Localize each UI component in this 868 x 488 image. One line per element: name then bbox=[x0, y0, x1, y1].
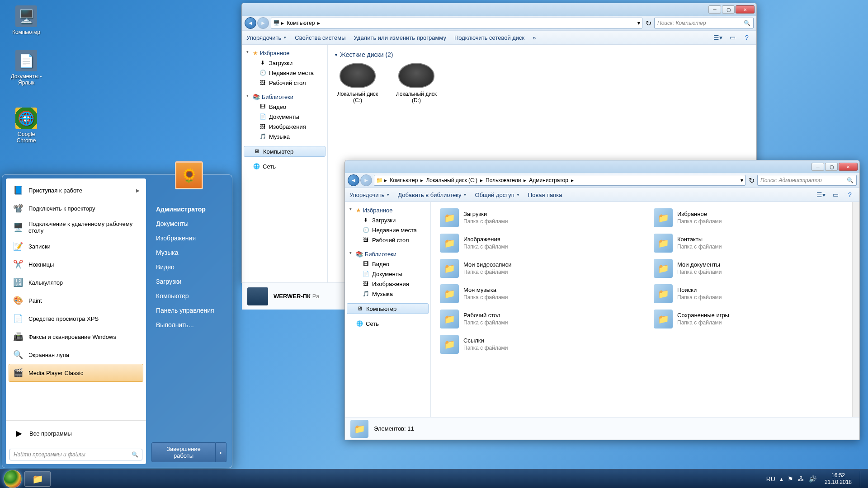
back-button[interactable]: ◄ bbox=[348, 174, 359, 186]
sidebar-network[interactable]: 🌐Сеть bbox=[242, 161, 327, 171]
breadcrumb[interactable]: Локальный диск (C:) bbox=[423, 176, 480, 184]
shutdown-options-button[interactable]: ▸ bbox=[216, 442, 226, 462]
sidebar-favorites[interactable]: ★ Избранное bbox=[345, 206, 430, 215]
toolbar-overflow[interactable]: » bbox=[533, 34, 536, 41]
sidebar-libraries[interactable]: 📚 Библиотеки bbox=[242, 92, 327, 102]
drive-c[interactable]: Локальный диск (C:) bbox=[335, 63, 380, 103]
preview-pane-button[interactable]: ▭ bbox=[830, 190, 840, 200]
minimize-button[interactable]: ─ bbox=[811, 163, 824, 171]
sidebar-network[interactable]: 🌐Сеть bbox=[345, 319, 430, 328]
folder-item[interactable]: 📁ПоискиПапка с файлами bbox=[652, 282, 852, 305]
refresh-button[interactable]: ↻ bbox=[747, 176, 755, 185]
drive-d[interactable]: Локальный диск (D:) bbox=[394, 63, 439, 103]
folder-item[interactable]: 📁Сохраненные игрыПапка с файлами bbox=[652, 308, 852, 330]
breadcrumb[interactable]: Компьютер bbox=[387, 176, 420, 184]
start-link[interactable]: Загрузки bbox=[151, 274, 226, 289]
folder-item[interactable]: 📁ИзбранноеПапка с файлами bbox=[652, 206, 852, 229]
breadcrumb-computer[interactable]: Компьютер bbox=[284, 19, 317, 27]
sidebar-computer[interactable]: 🖥Компьютер bbox=[347, 303, 429, 314]
folder-item[interactable]: 📁ИзображенияПапка с файлами bbox=[438, 232, 638, 254]
start-program-item[interactable]: 📄Средство просмотра XPS bbox=[9, 310, 143, 328]
start-link[interactable]: Панель управления bbox=[151, 303, 226, 318]
view-button[interactable]: ☰▾ bbox=[713, 33, 723, 42]
sidebar-downloads[interactable]: ⬇Загрузки bbox=[345, 215, 430, 225]
add-library-button[interactable]: Добавить в библиотеку▼ bbox=[398, 192, 467, 198]
start-program-item[interactable]: 📽️Подключить к проектору bbox=[9, 199, 143, 217]
sidebar-pictures[interactable]: 🖼Изображения bbox=[242, 122, 327, 131]
start-button[interactable] bbox=[4, 470, 22, 488]
sidebar-music[interactable]: 🎵Музыка bbox=[345, 289, 430, 299]
desktop-icon-documents[interactable]: 📄Документы - Ярлык bbox=[8, 50, 44, 86]
folder-item[interactable]: 📁КонтактыПапка с файлами bbox=[652, 232, 852, 254]
search-input[interactable]: Поиск: Администратор🔍 bbox=[757, 175, 857, 186]
folder-item[interactable]: 📁Мои документыПапка с файлами bbox=[652, 257, 852, 280]
maximize-button[interactable]: ▢ bbox=[722, 5, 735, 14]
close-button[interactable]: ✕ bbox=[736, 5, 755, 14]
start-link[interactable]: Выполнить... bbox=[151, 318, 226, 332]
shutdown-button[interactable]: Завершение работы bbox=[151, 442, 216, 462]
forward-button[interactable]: ► bbox=[257, 17, 269, 29]
language-indicator[interactable]: RU bbox=[766, 475, 775, 483]
folder-item[interactable]: 📁Рабочий столПапка с файлами bbox=[438, 308, 638, 330]
refresh-button[interactable]: ↻ bbox=[644, 19, 652, 28]
minimize-button[interactable]: ─ bbox=[708, 5, 721, 14]
taskbar-explorer[interactable]: 📁 bbox=[24, 471, 51, 487]
sidebar-favorites[interactable]: ★ Избранное bbox=[242, 48, 327, 58]
breadcrumb[interactable]: Администратор bbox=[526, 176, 571, 184]
system-properties-button[interactable]: Свойства системы bbox=[295, 34, 345, 41]
start-link[interactable]: Видео bbox=[151, 260, 226, 274]
start-program-item[interactable]: 🎨Paint bbox=[9, 291, 143, 310]
help-button[interactable]: ? bbox=[845, 190, 855, 200]
titlebar[interactable]: ─ ▢ ✕ bbox=[345, 160, 859, 173]
view-button[interactable]: ☰▾ bbox=[816, 190, 826, 200]
start-program-item[interactable]: 🔢Калькулятор bbox=[9, 273, 143, 291]
scrollbar[interactable] bbox=[852, 202, 859, 417]
sidebar-computer[interactable]: 🖥Компьютер bbox=[244, 146, 326, 157]
share-button[interactable]: Общий доступ▼ bbox=[475, 192, 520, 198]
clock[interactable]: 16:5221.10.2018 bbox=[821, 472, 855, 485]
sidebar-pictures[interactable]: 🖼Изображения bbox=[345, 279, 430, 289]
sidebar-downloads[interactable]: ⬇Загрузки bbox=[242, 58, 327, 68]
folder-item[interactable]: 📁ЗагрузкиПапка с файлами bbox=[438, 206, 638, 229]
sidebar-libraries[interactable]: 📚 Библиотеки bbox=[345, 249, 430, 259]
organize-button[interactable]: Упорядочить▼ bbox=[349, 192, 390, 198]
start-program-item[interactable]: 🎬Media Player Classic bbox=[9, 364, 143, 382]
organize-button[interactable]: Упорядочить▼ bbox=[246, 34, 287, 41]
sidebar-desktop[interactable]: 🖼Рабочий стол bbox=[345, 235, 430, 245]
desktop-icon-chrome[interactable]: 🌐Google Chrome bbox=[8, 108, 44, 144]
address-bar[interactable]: 🖥️ ▸ Компьютер▸ ▾ bbox=[271, 18, 642, 28]
desktop-icon-computer[interactable]: 🖥️Компьютер bbox=[8, 5, 44, 35]
folder-item[interactable]: 📁Моя музыкаПапка с файлами bbox=[438, 282, 638, 305]
sidebar-recent[interactable]: 🕘Недавние места bbox=[242, 68, 327, 78]
start-program-item[interactable]: 🔍Экранная лупа bbox=[9, 346, 143, 364]
folder-item[interactable]: 📁Мои видеозаписиПапка с файлами bbox=[438, 257, 638, 280]
new-folder-button[interactable]: Новая папка bbox=[528, 192, 562, 198]
folder-item[interactable]: 📁СсылкиПапка с файлами bbox=[438, 333, 638, 356]
maximize-button[interactable]: ▢ bbox=[825, 163, 838, 171]
user-picture[interactable]: 🌻 bbox=[175, 161, 203, 189]
forward-button[interactable]: ► bbox=[360, 174, 372, 186]
start-program-item[interactable]: 📝Записки bbox=[9, 237, 143, 255]
start-link[interactable]: Компьютер bbox=[151, 289, 226, 303]
titlebar[interactable]: ─ ▢ ✕ bbox=[242, 3, 756, 16]
address-bar[interactable]: 📁 ▸ Компьютер▸ Локальный диск (C:)▸ Поль… bbox=[374, 175, 745, 186]
close-button[interactable]: ✕ bbox=[839, 163, 858, 171]
start-link[interactable]: Музыка bbox=[151, 245, 226, 260]
start-program-item[interactable]: 📠Факсы и сканирование Windows bbox=[9, 328, 143, 346]
start-link[interactable]: Изображения bbox=[151, 231, 226, 245]
preview-pane-button[interactable]: ▭ bbox=[727, 33, 737, 42]
sidebar-video[interactable]: 🎞Видео bbox=[345, 259, 430, 269]
drives-group-header[interactable]: Жесткие диски (2) bbox=[335, 51, 749, 58]
search-input[interactable]: Поиск: Компьютер🔍 bbox=[654, 18, 754, 28]
start-link[interactable]: Документы bbox=[151, 216, 226, 231]
breadcrumb[interactable]: Пользователи bbox=[483, 176, 524, 184]
map-drive-button[interactable]: Подключить сетевой диск bbox=[454, 34, 524, 41]
user-name-link[interactable]: Администратор bbox=[151, 202, 226, 216]
show-hidden-icons[interactable]: ▴ bbox=[780, 475, 783, 483]
sidebar-documents[interactable]: 📄Документы bbox=[242, 112, 327, 122]
back-button[interactable]: ◄ bbox=[245, 17, 256, 29]
show-desktop-button[interactable] bbox=[860, 471, 864, 487]
sidebar-music[interactable]: 🎵Музыка bbox=[242, 131, 327, 141]
sidebar-recent[interactable]: 🕘Недавние места bbox=[345, 225, 430, 235]
help-button[interactable]: ? bbox=[742, 33, 752, 42]
